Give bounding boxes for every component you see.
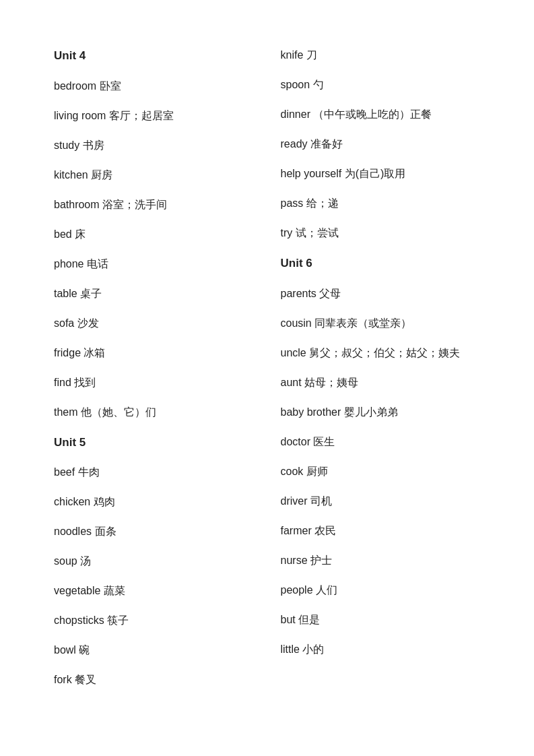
chinese-translation: 桌子 — [80, 288, 102, 299]
chinese-translation: 厨房 — [91, 169, 112, 181]
chinese-translation: 面条 — [95, 526, 116, 537]
chinese-translation: 医生 — [313, 436, 335, 447]
english-word: sofa — [54, 317, 77, 329]
vocab-item: bowl 碗 — [54, 635, 254, 665]
english-word: aunt — [281, 377, 305, 388]
chinese-translation: 书房 — [83, 139, 104, 151]
english-word: study — [54, 139, 83, 151]
vocab-item: nurse 护士 — [281, 546, 481, 575]
english-word: knife — [281, 49, 306, 61]
english-word: kitchen — [54, 169, 91, 181]
vocab-item: bed 床 — [54, 220, 254, 249]
vocab-item: but 但是 — [281, 605, 481, 635]
english-word: beef — [54, 466, 78, 478]
english-word: people — [281, 584, 316, 596]
english-word: table — [54, 288, 80, 299]
chinese-translation: 姑母；姨母 — [304, 377, 358, 388]
chinese-translation: 筷子 — [107, 615, 129, 626]
english-word: help yourself — [281, 168, 345, 179]
vocab-item: cousin 同辈表亲（或堂亲） — [281, 309, 481, 338]
vocab-item: living room 客厅；起居室 — [54, 101, 254, 131]
english-word: but — [281, 614, 299, 625]
english-word: doctor — [281, 436, 314, 447]
chinese-translation: 准备好 — [310, 138, 343, 150]
english-word: try — [281, 227, 296, 239]
vocab-item: spoon 勺 — [281, 70, 481, 100]
english-word: uncle — [281, 347, 310, 358]
chinese-translation: 浴室；洗手间 — [102, 199, 167, 210]
vocab-item: sofa 沙发 — [54, 309, 254, 338]
english-word: fork — [54, 674, 75, 685]
vocab-item: driver 司机 — [281, 486, 481, 516]
vocab-item: fridge 冰箱 — [54, 338, 254, 368]
vocab-item: pass 给；递 — [281, 189, 481, 218]
vocab-item: table 桌子 — [54, 279, 254, 309]
vocab-item: bedroom 卧室 — [54, 71, 254, 101]
english-word: farmer — [281, 525, 315, 536]
chinese-translation: 客厅；起居室 — [109, 110, 174, 121]
english-word: bedroom — [54, 80, 100, 92]
chinese-translation: 找到 — [74, 377, 96, 388]
vocab-item: people 人们 — [281, 575, 481, 605]
english-word: living room — [54, 110, 109, 121]
chinese-translation: 护士 — [310, 555, 332, 566]
vocab-item: soup 汤 — [54, 546, 254, 576]
vocab-item: them 他（她、它）们 — [54, 398, 254, 427]
chinese-translation: 勺 — [313, 79, 324, 90]
vocab-item: dinner （中午或晚上吃的）正餐 — [281, 100, 481, 129]
english-word: cousin — [281, 317, 315, 329]
english-word: dinner — [281, 108, 314, 120]
vocab-item: farmer 农民 — [281, 516, 481, 546]
unit-heading: Unit 5 — [54, 427, 254, 458]
vocab-item: beef 牛肉 — [54, 458, 254, 487]
chinese-translation: 但是 — [298, 614, 320, 625]
chinese-translation: 同辈表亲（或堂亲） — [314, 317, 411, 329]
chinese-translation: 电话 — [87, 258, 108, 270]
vocab-item: find 找到 — [54, 368, 254, 398]
unit-label: Unit 4 — [54, 49, 86, 62]
english-word: cook — [281, 466, 306, 477]
chinese-translation: 餐叉 — [75, 674, 96, 685]
chinese-translation: 厨师 — [306, 466, 328, 477]
vocab-item: try 试；尝试 — [281, 218, 481, 248]
chinese-translation: 试；尝试 — [296, 227, 339, 239]
english-word: bed — [54, 228, 75, 240]
vocab-item: ready 准备好 — [281, 129, 481, 159]
english-word: phone — [54, 258, 87, 270]
vocab-item: kitchen 厨房 — [54, 160, 254, 190]
english-word: find — [54, 377, 74, 388]
chinese-translation: 他（她、它）们 — [81, 406, 156, 418]
english-word: spoon — [281, 79, 313, 90]
english-word: baby brother — [281, 406, 344, 418]
chinese-translation: 鸡肉 — [94, 496, 115, 507]
vocab-grid: Unit 4bedroom 卧室living room 客厅；起居室study … — [54, 40, 480, 695]
chinese-translation: 牛肉 — [78, 466, 100, 478]
english-word: chicken — [54, 496, 94, 507]
chinese-translation: 人们 — [316, 584, 337, 596]
chinese-translation: 沙发 — [77, 317, 99, 329]
english-word: pass — [281, 197, 306, 209]
vocab-item: baby brother 婴儿小弟弟 — [281, 398, 481, 427]
chinese-translation: 为(自己)取用 — [345, 168, 406, 179]
english-word: little — [281, 643, 303, 655]
chinese-translation: 冰箱 — [84, 347, 105, 358]
chinese-translation: 小的 — [302, 643, 324, 655]
vocab-item: noodles 面条 — [54, 517, 254, 546]
unit-heading: Unit 6 — [281, 248, 481, 279]
vocab-item: aunt 姑母；姨母 — [281, 368, 481, 398]
english-word: parents — [281, 288, 320, 299]
chinese-translation: 汤 — [80, 555, 91, 567]
vocab-item: bathroom 浴室；洗手间 — [54, 190, 254, 220]
chinese-translation: 蔬菜 — [104, 585, 125, 596]
vocab-item: chicken 鸡肉 — [54, 487, 254, 517]
english-word: driver — [281, 495, 310, 507]
vocab-item: study 书房 — [54, 131, 254, 160]
unit-label: Unit 5 — [54, 436, 86, 449]
chinese-translation: 父母 — [319, 288, 341, 299]
english-word: vegetable — [54, 585, 104, 596]
vocab-item: knife 刀 — [281, 40, 481, 70]
chinese-translation: 床 — [75, 228, 86, 240]
chinese-translation: 婴儿小弟弟 — [344, 406, 398, 418]
right-column: knife 刀spoon 勺dinner （中午或晚上吃的）正餐ready 准备… — [281, 40, 481, 695]
english-word: bathroom — [54, 199, 102, 210]
